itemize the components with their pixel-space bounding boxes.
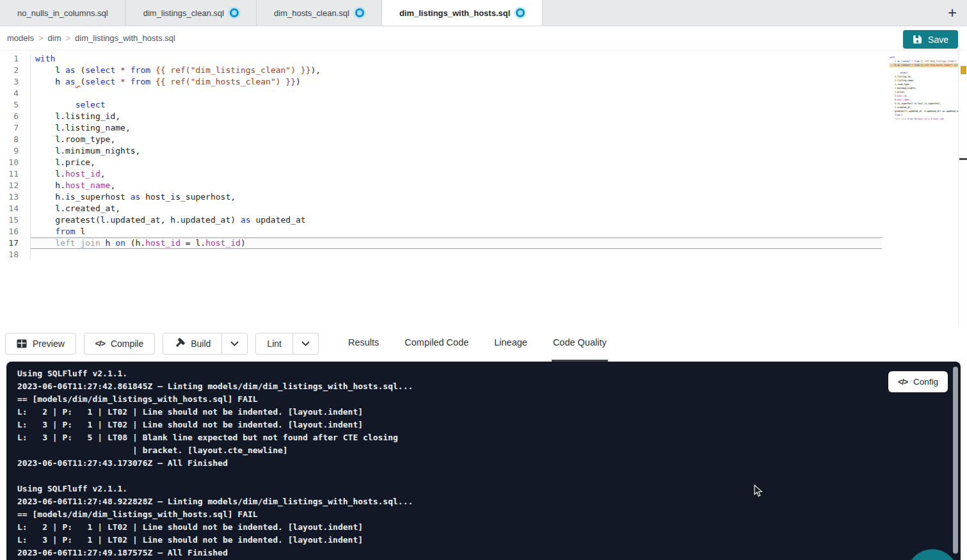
code-token: * [120, 65, 125, 75]
code-line[interactable]: l.room_type, [31, 134, 882, 145]
code-line[interactable]: l.price, [31, 157, 882, 168]
code-content[interactable]: with l as (select * from {{ ref("dim_lis… [31, 53, 882, 260]
editor-tab[interactable]: dim_hosts_clean.sql [257, 0, 382, 26]
minimap-token: {{ ref("dim_listings_clean") }} [920, 60, 958, 63]
code-token: left join [35, 238, 106, 248]
code-token: * [120, 77, 125, 86]
compile-button[interactable]: </> Compile [84, 333, 155, 355]
code-token: h.is_superhost [35, 192, 131, 202]
code-token: h [35, 77, 65, 86]
code-token: from [55, 227, 75, 236]
minimap-token: l.created_at, [890, 106, 911, 109]
code-line[interactable]: select [31, 99, 882, 111]
build-button[interactable]: Build [163, 333, 222, 355]
code-editor[interactable]: 123456789101112131415161718 with l as (s… [0, 51, 967, 325]
code-line[interactable]: l.created_at, [31, 203, 882, 214]
code-token: {{ ref("dim_listings_clean") }} [156, 65, 311, 75]
minimap-token: h. [890, 98, 897, 101]
minimap-token: select [902, 63, 910, 67]
save-button[interactable]: Save [903, 30, 958, 49]
panel-tab-code-quality[interactable]: Code Quality [552, 325, 608, 362]
code-line[interactable]: with [31, 53, 882, 65]
minimap-token: l [890, 60, 897, 63]
terminal-panel: Using SQLFluff v2.1.1. 2023-06-06T11:27:… [6, 362, 961, 560]
lint-warning-marker[interactable] [961, 66, 966, 74]
panel-tab-compiled-code[interactable]: Compiled Code [403, 325, 470, 362]
code-token: host_id [145, 238, 180, 248]
code-line[interactable]: h as (select * from {{ ref("dim_hosts_cl… [31, 76, 882, 88]
code-token [150, 77, 156, 86]
line-number: 5 [0, 99, 19, 111]
code-line[interactable]: h.host_name, [31, 180, 882, 191]
action-toolbar: Preview </> Compile Build Lint [0, 325, 967, 362]
code-line[interactable]: l.minimum_nights, [31, 145, 882, 157]
breadcrumb-segment[interactable]: dim_listings_with_hosts.sql [75, 33, 175, 43]
line-number: 15 [0, 214, 19, 226]
scroll-annotation-separator [958, 51, 959, 325]
line-number: 12 [0, 180, 19, 191]
breadcrumb-segment[interactable]: models [7, 33, 34, 43]
build-dropdown-button[interactable] [222, 333, 248, 355]
minimap-token: greatest(l.updated_at, h.updated_at) [890, 109, 942, 113]
code-token [125, 65, 131, 75]
preview-button[interactable]: Preview [5, 333, 76, 355]
line-number: 13 [0, 191, 19, 203]
code-token: ( [76, 65, 86, 75]
lint-dropdown-button[interactable] [293, 333, 319, 355]
minimap[interactable]: with l as (select * from {{ ref("dim_lis… [890, 56, 958, 125]
breadcrumb-segment[interactable]: dim [48, 33, 61, 43]
minimap-token: l.listing_name, [890, 79, 914, 82]
code-line[interactable]: from l [31, 226, 882, 237]
minimap-token [890, 113, 895, 116]
minimap-token: l.minimum_nights, [890, 86, 916, 90]
lint-output-text: Using SQLFluff v2.1.1. 2023-06-06T11:27:… [6, 362, 961, 559]
unsaved-dot-icon [516, 8, 525, 17]
panel-tab-lineage[interactable]: Lineage [493, 325, 529, 362]
code-line[interactable]: l.listing_name, [31, 122, 882, 134]
terminal-scrollbar[interactable] [953, 367, 958, 554]
code-token: greatest(l.updated_at, h.updated_at) [35, 215, 241, 225]
new-tab-button[interactable]: + [938, 0, 967, 26]
code-line[interactable]: l as (select * from {{ ref("dim_listings… [31, 65, 882, 76]
code-line[interactable]: l.listing_id, [31, 111, 882, 122]
code-token: l.listing_id, [35, 111, 120, 121]
tab-label: dim_listings_clean.sql [143, 8, 224, 18]
build-split-button: Build [163, 333, 248, 355]
code-line[interactable]: l.host_id, [31, 168, 882, 180]
code-token: h [106, 238, 116, 248]
minimap-token: host_id [933, 117, 942, 120]
minimap-token: select [900, 71, 907, 74]
code-line[interactable]: greatest(l.updated_at, h.updated_at) as … [31, 214, 882, 226]
code-line[interactable] [31, 249, 882, 260]
editor-tab[interactable]: no_nulls_in_columns.sql [0, 0, 126, 26]
line-number: 3 [0, 76, 19, 88]
minimap-token: left join [890, 117, 907, 120]
code-token: from [131, 77, 150, 86]
chevron-down-icon [301, 341, 310, 346]
code-token [35, 227, 55, 236]
editor-tab[interactable]: dim_listings_with_hosts.sql [382, 0, 543, 26]
minimap-token: select [902, 60, 910, 63]
line-number: 10 [0, 157, 19, 168]
minimap-token: l [900, 113, 902, 116]
line-number-gutter: 123456789101112131415161718 [0, 53, 19, 260]
editor-tab[interactable]: dim_listings_clean.sql [126, 0, 257, 26]
line-number: 2 [0, 65, 19, 76]
lint-button[interactable]: Lint [255, 333, 293, 355]
code-line[interactable] [31, 88, 882, 99]
minimap-token: {{ ref("dim_hosts_clean") }} [920, 63, 956, 67]
result-panel-tabs: ResultsCompiled CodeLineageCode Quality [347, 325, 608, 362]
compile-icon: </> [95, 339, 105, 348]
panel-tab-results[interactable]: Results [347, 325, 380, 362]
minimap-line: h as (select * from {{ ref("dim_hosts_cl… [890, 63, 958, 67]
config-button[interactable]: </> Config [888, 371, 948, 392]
minimap-token: updated_at [945, 109, 958, 113]
save-button-label: Save [928, 35, 948, 45]
code-token: select [85, 65, 115, 75]
line-number: 17 [0, 237, 19, 249]
code-line[interactable]: left join h on (h.host_id = l.host_id) [31, 237, 882, 249]
config-label: Config [913, 377, 938, 387]
editor-tab-bar: no_nulls_in_columns.sqldim_listings_clea… [0, 0, 967, 26]
code-line[interactable]: h.is_superhost as host_is_superhost, [31, 191, 882, 203]
code-token: ) [241, 238, 246, 248]
